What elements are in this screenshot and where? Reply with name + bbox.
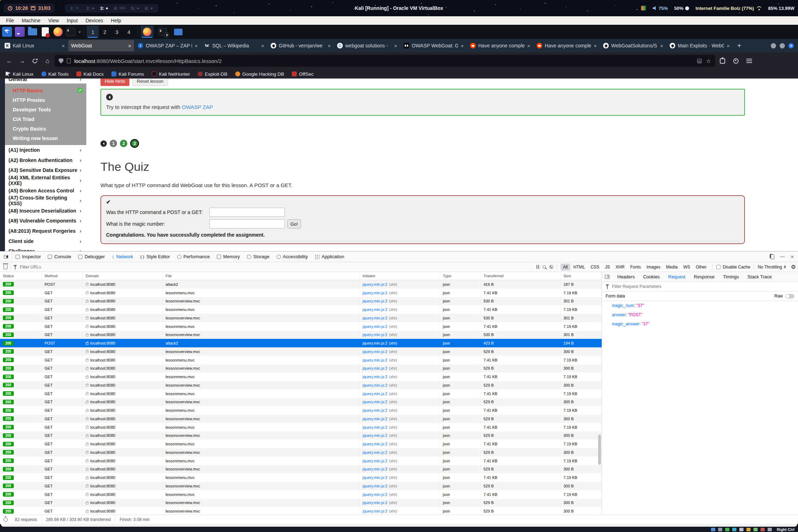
bookmark-item[interactable]: Kali Linux — [6, 71, 34, 77]
initiator-link[interactable]: jquery.min.js:2 — [363, 400, 387, 404]
file-manager-icon[interactable] — [28, 27, 37, 37]
tab-close-icon[interactable]: × — [660, 43, 663, 49]
tab-close-icon[interactable]: × — [461, 43, 464, 49]
pause-traffic-icon[interactable] — [537, 265, 539, 269]
workspace-indicator[interactable]: 2: ● — [86, 6, 94, 11]
tab-close-icon[interactable]: × — [62, 43, 65, 49]
maximize-button[interactable] — [780, 43, 785, 48]
tab-close-icon[interactable]: × — [128, 43, 131, 49]
workspace-indicator[interactable]: 1: >_ — [70, 6, 81, 11]
running-firefox-button[interactable] — [141, 26, 154, 38]
tab-close-icon[interactable]: × — [527, 43, 530, 49]
devtools-tab[interactable]: Network — [108, 251, 137, 262]
type-filter-button[interactable]: WS — [681, 264, 693, 271]
network-request-row[interactable]: 200 GET localhost:8080 lessonmenu.mvc jq… — [0, 457, 602, 465]
sidebar-category-item[interactable]: (A8) Insecure Deserialization › — [5, 206, 86, 216]
kali-menu-button[interactable] — [2, 27, 12, 37]
tracking-protection-shield-icon[interactable] — [59, 58, 63, 64]
initiator-link[interactable]: jquery.min.js:2 — [363, 459, 387, 463]
request-panel-tab[interactable]: Response — [690, 272, 719, 282]
minimize-button[interactable] — [771, 43, 776, 48]
network-request-row[interactable]: 200 GET localhost:8080 lessonmenu.mvc jq… — [0, 389, 602, 398]
initiator-link[interactable]: jquery.min.js:2 — [363, 501, 387, 505]
menubar-item[interactable]: View — [45, 17, 62, 24]
network-status-icon[interactable] — [732, 528, 736, 531]
search-icon[interactable] — [543, 265, 546, 268]
menubar-item[interactable]: Help — [108, 17, 125, 24]
menubar-item[interactable]: File — [3, 17, 17, 24]
network-indicator[interactable]: Internet Familie Bolz (77%) — [695, 6, 762, 11]
network-request-row[interactable]: 200 GET localhost:8080 lessonoverview.mv… — [0, 297, 602, 306]
sidebar-lesson-item[interactable]: Writing new lesson ✓ — [5, 133, 86, 143]
split-panel-icon[interactable] — [605, 275, 609, 279]
initiator-link[interactable]: jquery.min.js:2 — [363, 425, 387, 429]
workspace-indicator[interactable]: 5: ● — [131, 6, 139, 11]
initiator-link[interactable]: jquery.min.js:2 — [363, 467, 387, 471]
volume-indicator[interactable]: 75% — [653, 6, 668, 11]
usb-status-icon[interactable] — [739, 528, 744, 531]
running-terminal-button[interactable]: $ 3 — [156, 26, 169, 38]
reload-button[interactable] — [29, 55, 40, 66]
bookmark-item[interactable]: Kali Docs — [76, 71, 104, 77]
network-request-row[interactable]: 200 POST localhost:8080 attack2 jquery.m… — [0, 280, 602, 289]
type-filter-button[interactable]: Media — [664, 264, 680, 271]
previous-page-button[interactable] — [100, 140, 107, 147]
browser-tab[interactable]: WebGoat × — [68, 40, 134, 51]
question1-input[interactable] — [209, 208, 285, 217]
initiator-link[interactable]: jquery.min.js:2 — [363, 358, 387, 362]
browser-tab[interactable]: webgoat solutions - × — [334, 40, 400, 51]
workspace-button[interactable]: 3 — [111, 26, 123, 38]
site-info-icon[interactable] — [67, 58, 71, 63]
keyboard-layout-icon[interactable] — [641, 5, 646, 11]
running-files-button[interactable] — [172, 26, 185, 38]
type-filter-button[interactable]: Images — [644, 264, 663, 271]
network-request-row[interactable]: 200 GET localhost:8080 lessonoverview.mv… — [0, 331, 602, 339]
menu-icon[interactable] — [744, 55, 755, 66]
browser-tab[interactable]: Have anyone comple × — [467, 40, 533, 51]
reset-lesson-button[interactable]: Reset lesson — [132, 79, 168, 86]
devtools-options-icon[interactable]: ⋯ — [780, 254, 785, 259]
battery-indicator[interactable]: 85% 13.99W — [768, 6, 794, 11]
initiator-link[interactable]: jquery.min.js:2 — [363, 375, 387, 379]
network-request-row[interactable]: 200 GET localhost:8080 lessonoverview.mv… — [0, 347, 602, 356]
initiator-link[interactable]: jquery.min.js:2 — [363, 450, 387, 455]
initiator-link[interactable]: jquery.min.js:2 — [363, 324, 387, 329]
type-filter-button[interactable]: XHR — [613, 264, 627, 271]
workspace-button[interactable]: 2 — [99, 26, 111, 38]
hide-hints-button[interactable]: Hide hints — [100, 79, 129, 86]
devtools-tab[interactable]: Memory — [213, 251, 243, 262]
tab-close-icon[interactable]: × — [261, 43, 264, 49]
request-panel-tab[interactable]: Request — [664, 272, 689, 282]
sidebar-category-item[interactable]: (A7) Cross-Site Scripting (XSS) › — [5, 196, 86, 206]
initiator-link[interactable]: jquery.min.js:2 — [363, 433, 387, 438]
column-header[interactable]: Transferred — [481, 272, 561, 280]
bookmark-item[interactable]: OffSec — [292, 71, 313, 77]
hard-disk-status-icon[interactable] — [711, 528, 715, 531]
devtools-tab[interactable]: Storage — [243, 251, 273, 262]
workspace-indicator[interactable]: 3: ● — [100, 6, 108, 11]
browser-tab[interactable]: Main Exploits · WebG × — [667, 40, 733, 51]
network-request-row[interactable]: 200 GET localhost:8080 lessonmenu.mvc jq… — [0, 490, 602, 499]
devtools-tab[interactable]: Application — [311, 251, 348, 262]
initiator-link[interactable]: jquery.min.js:2 — [363, 492, 387, 497]
tab-close-icon[interactable]: × — [394, 43, 397, 49]
workspace-indicator[interactable]: 4: </> — [114, 6, 126, 11]
filter-urls-input[interactable] — [20, 265, 112, 270]
optical-drive-status-icon[interactable] — [718, 528, 722, 531]
devtools-close-icon[interactable]: × — [791, 254, 794, 260]
form-data-param[interactable]: answer: "POST" — [602, 310, 798, 319]
shared-folders-status-icon[interactable] — [746, 528, 751, 531]
bookmark-item[interactable]: Kali Tools — [41, 71, 69, 77]
sidebar-category-item[interactable]: Client side › — [5, 236, 86, 246]
initiator-link[interactable]: jquery.min.js:2 — [363, 475, 387, 480]
workspace-indicator[interactable]: 6: ● — [145, 6, 153, 11]
tab-close-icon[interactable]: × — [195, 43, 198, 49]
filter-request-parameters-input[interactable] — [612, 284, 794, 289]
sidebar-category-item[interactable]: (A2) Broken Authentication › — [5, 155, 86, 166]
request-panel-tab[interactable]: Cookies — [639, 272, 664, 282]
initiator-link[interactable]: jquery.min.js:2 — [363, 392, 387, 396]
initiator-link[interactable]: jquery.min.js:2 — [363, 509, 387, 513]
bookmark-star-icon[interactable]: ☆ — [706, 58, 711, 64]
network-settings-gear-icon[interactable]: ⚙ — [791, 264, 796, 270]
sidebar-lesson-item[interactable]: HTTP Proxies ✓ — [5, 95, 86, 105]
